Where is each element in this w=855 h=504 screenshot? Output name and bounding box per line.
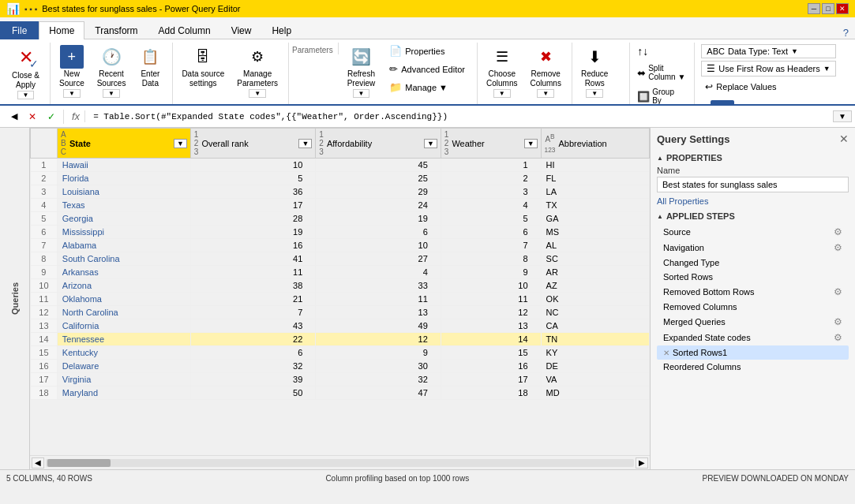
all-properties-link[interactable]: All Properties (657, 196, 708, 206)
col-header-affordability[interactable]: 123 Affordability ▼ (316, 129, 441, 159)
affordability-filter-btn[interactable]: ▼ (424, 139, 437, 148)
ribbon-help-icon[interactable]: ? (843, 27, 849, 39)
table-row[interactable]: 15Kentucky6915KY (31, 346, 650, 360)
table-row[interactable]: 16Delaware323016DE (31, 360, 650, 373)
refresh-preview-button[interactable]: 🔄 RefreshPreview ▼ (342, 43, 381, 100)
choose-columns-button[interactable]: ☰ ChooseColumns ▼ (481, 43, 523, 100)
advanced-editor-button[interactable]: ✏ Advanced Editor (385, 61, 469, 77)
step-item[interactable]: Expanded State codes⚙ (657, 330, 849, 345)
step-item[interactable]: ✕Sorted Rows1 (657, 345, 849, 360)
formula-expand-btn[interactable]: ▼ (833, 110, 852, 122)
table-row[interactable]: 3Louisiana36293LA (31, 185, 650, 199)
table-row[interactable]: 8South Carolina41278SC (31, 252, 650, 266)
horizontal-scrollbar[interactable]: ◀ ▶ (30, 455, 650, 469)
table-row[interactable]: 13California434913CA (31, 319, 650, 333)
row-num-cell: 4 (31, 199, 58, 212)
split-column-button[interactable]: ⬌ SplitColumn ▼ (633, 62, 689, 84)
new-source-button[interactable]: + NewSource ▼ (54, 43, 90, 100)
table-row[interactable]: 9Arkansas1149AR (31, 266, 650, 279)
settings-close-btn[interactable]: ✕ (839, 133, 849, 145)
tab-transform[interactable]: Transform (84, 21, 148, 39)
group-by-button[interactable]: 🔲 GroupBy (633, 85, 678, 106)
col-header-overall-rank[interactable]: 123 Overall rank ▼ (190, 129, 315, 159)
formula-input[interactable] (88, 110, 830, 123)
state-cell: North Carolina (57, 306, 190, 319)
reduce-rows-button[interactable]: ⬇ ReduceRows ▼ (576, 43, 613, 100)
step-gear-icon[interactable]: ⚙ (834, 226, 842, 237)
manage-button[interactable]: 📁 Manage ▼ (385, 79, 469, 95)
abbreviation-cell: KY (541, 346, 649, 360)
row-num-cell: 7 (31, 239, 58, 252)
table-row[interactable]: 10Arizona383310AZ (31, 279, 650, 293)
col-header-state[interactable]: ABC State ▼ (57, 129, 190, 159)
tab-home[interactable]: Home (39, 21, 84, 39)
table-row[interactable]: 11Oklahoma211111OK (31, 293, 650, 306)
combine-button[interactable]: ⊕ Combine (701, 98, 744, 106)
affordability-cell: 47 (316, 386, 441, 400)
table-row[interactable]: 6Mississippi1966MS (31, 226, 650, 239)
table-row[interactable]: 2Florida5252FL (31, 172, 650, 185)
step-item[interactable]: Navigation⚙ (657, 240, 849, 256)
grid-scroll-container[interactable]: ABC State ▼ 123 Overall rank ▼ (30, 128, 650, 455)
maximize-btn[interactable]: □ (822, 3, 834, 14)
step-gear-icon[interactable]: ⚙ (834, 332, 842, 343)
table-row[interactable]: 12North Carolina71312NC (31, 306, 650, 319)
remove-columns-button[interactable]: ✖ RemoveColumns ▼ (524, 43, 566, 100)
manage-parameters-button[interactable]: ⚙ ManageParameters ▼ (231, 43, 283, 100)
step-item[interactable]: Removed Bottom Rows⚙ (657, 284, 849, 300)
h-scroll-right-btn[interactable]: ▶ (636, 457, 648, 469)
state-cell: Louisiana (57, 185, 190, 199)
minimize-btn[interactable]: ─ (808, 3, 820, 14)
step-gear-icon[interactable]: ⚙ (834, 242, 842, 253)
table-row[interactable]: 17Virginia393217VA (31, 373, 650, 386)
recent-sources-button[interactable]: 🕐 RecentSources ▼ (92, 43, 132, 100)
abbreviation-cell: MS (541, 226, 649, 239)
step-item[interactable]: Changed Type (657, 256, 849, 270)
table-row[interactable]: 5Georgia28195GA (31, 212, 650, 226)
state-cell: South Carolina (57, 252, 190, 266)
close-apply-button[interactable]: ✕ ✓ Close &Apply ▼ (6, 43, 45, 102)
enter-data-button[interactable]: 📋 EnterData (133, 43, 167, 91)
tab-view[interactable]: View (221, 21, 262, 39)
affordability-cell: 12 (316, 333, 441, 346)
table-row[interactable]: 7Alabama16107AL (31, 239, 650, 252)
table-row[interactable]: 18Maryland504718MD (31, 386, 650, 400)
affordability-cell: 9 (316, 346, 441, 360)
tab-file[interactable]: File (0, 21, 39, 39)
weather-cell: 10 (441, 279, 541, 293)
step-item[interactable]: Sorted Rows (657, 270, 849, 284)
h-scroll-thumb[interactable] (47, 459, 111, 467)
col-header-abbreviation[interactable]: AB123 Abbreviation (541, 129, 649, 159)
ribbon-group-reduce-rows: ⬇ ReduceRows ▼ Reduce Rows (572, 43, 630, 106)
table-row[interactable]: 4Texas17244TX (31, 199, 650, 212)
query-name-input[interactable] (657, 177, 849, 192)
overall-rank-filter-btn[interactable]: ▼ (298, 139, 312, 148)
h-scroll-left-btn[interactable]: ◀ (32, 457, 44, 469)
step-gear-icon[interactable]: ⚙ (834, 286, 842, 297)
tab-add-column[interactable]: Add Column (148, 21, 221, 39)
step-item[interactable]: Merged Queries⚙ (657, 314, 849, 330)
close-btn[interactable]: ✕ (836, 3, 849, 14)
h-scroll-track[interactable] (46, 459, 634, 467)
data-type-dropdown[interactable]: ABC Data Type: Text ▼ (701, 44, 835, 58)
step-gear-icon[interactable]: ⚙ (834, 316, 842, 327)
formula-confirm-btn[interactable]: ✓ (43, 110, 60, 124)
step-item[interactable]: Source⚙ (657, 224, 849, 240)
table-row[interactable]: 1Hawaii10451HI (31, 159, 650, 172)
step-item[interactable]: Removed Columns (657, 300, 849, 314)
step-item[interactable]: Reordered Columns (657, 360, 849, 374)
properties-button[interactable]: 📄 Properties (385, 43, 469, 59)
weather-filter-btn[interactable]: ▼ (524, 139, 538, 148)
sort-asc-button[interactable]: ↑↓ (633, 43, 652, 60)
formula-cancel-btn[interactable]: ✕ (24, 110, 41, 124)
table-row[interactable]: 14Tennessee221214TN (31, 333, 650, 346)
state-filter-btn[interactable]: ▼ (174, 139, 187, 148)
window-controls-left[interactable]: ▪ ▪ ▪ (24, 5, 37, 13)
use-first-row-button[interactable]: ☰ Use First Row as Headers ▼ (701, 61, 835, 77)
step-delete-icon[interactable]: ✕ (663, 349, 669, 357)
col-header-weather[interactable]: 123 Weather ▼ (441, 129, 541, 159)
data-source-settings-button[interactable]: 🗄 Data sourcesettings (176, 43, 230, 91)
tab-help[interactable]: Help (261, 21, 302, 39)
nav-back-btn[interactable]: ◀ (6, 110, 22, 123)
replace-values-button[interactable]: ↩ Replace Values (701, 79, 835, 95)
